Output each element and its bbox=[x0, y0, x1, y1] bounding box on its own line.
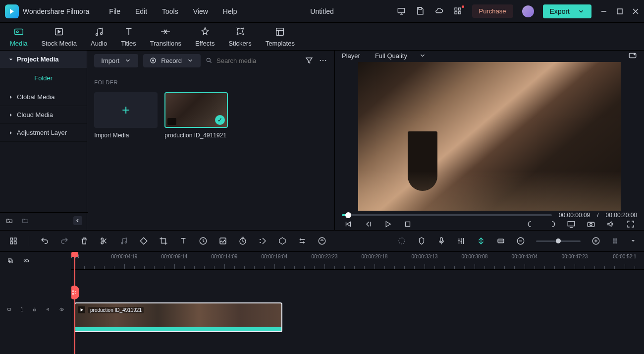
maximize-icon[interactable] bbox=[616, 8, 623, 15]
mark-out-icon[interactable] bbox=[547, 220, 556, 229]
menu-edit[interactable]: Edit bbox=[135, 7, 147, 15]
crop-icon[interactable] bbox=[159, 236, 168, 245]
camera-icon[interactable] bbox=[587, 220, 595, 229]
tab-media[interactable]: Media bbox=[10, 26, 27, 47]
minimize-icon[interactable] bbox=[600, 8, 607, 15]
snapshot-view-icon[interactable] bbox=[628, 51, 637, 60]
sidebar-item-adjustment-layer[interactable]: Adjustment Layer bbox=[0, 124, 87, 142]
time-total: 00:00:20:00 bbox=[606, 212, 637, 219]
lock-icon[interactable] bbox=[32, 306, 37, 313]
titlebar: Wondershare Filmora File Edit Tools View… bbox=[0, 0, 644, 23]
fullscreen-icon[interactable] bbox=[626, 220, 635, 229]
marker-icon[interactable] bbox=[417, 236, 426, 245]
sidebar-item-folder[interactable]: Folder bbox=[0, 68, 87, 88]
user-avatar[interactable] bbox=[522, 5, 534, 17]
menu-help[interactable]: Help bbox=[223, 7, 237, 15]
zoom-in-icon[interactable] bbox=[591, 236, 600, 245]
save-icon[interactable] bbox=[416, 6, 426, 16]
svg-rect-3 bbox=[458, 8, 461, 10]
keyframe-icon[interactable] bbox=[258, 236, 267, 245]
timeline-tracks[interactable]: 0:0000:00:04:1900:00:09:1400:00:14:0900:… bbox=[71, 252, 644, 354]
track-options-icon[interactable] bbox=[611, 236, 620, 245]
collapse-sidebar-icon[interactable] bbox=[73, 216, 82, 225]
import-media-card[interactable]: + Import Media bbox=[94, 92, 158, 139]
timeline-ruler[interactable]: 0:0000:00:04:1900:00:09:1400:00:14:0900:… bbox=[71, 252, 644, 270]
menu-file[interactable]: File bbox=[109, 7, 120, 15]
zoom-slider[interactable] bbox=[536, 240, 581, 242]
search-input[interactable] bbox=[216, 57, 300, 64]
tab-stickers[interactable]: Stickers bbox=[228, 26, 251, 47]
zoom-out-icon[interactable] bbox=[516, 236, 525, 245]
delete-icon[interactable] bbox=[80, 236, 89, 245]
redo-icon[interactable] bbox=[60, 236, 69, 245]
caret-down-icon[interactable] bbox=[631, 239, 635, 243]
timeline-clip[interactable]: production ID_4911921 bbox=[74, 302, 282, 332]
sidebar: Project Media Folder Global Media Cloud … bbox=[0, 51, 87, 230]
tag-icon[interactable] bbox=[139, 236, 148, 245]
tab-titles[interactable]: Titles bbox=[121, 26, 136, 47]
mixer-icon[interactable] bbox=[457, 236, 466, 245]
tab-stock-media[interactable]: Stock Media bbox=[41, 26, 77, 47]
svg-rect-26 bbox=[14, 238, 17, 240]
device-icon[interactable] bbox=[397, 6, 407, 16]
svg-point-32 bbox=[125, 242, 126, 243]
volume-icon[interactable] bbox=[606, 220, 615, 229]
zoom-handle[interactable] bbox=[556, 238, 561, 243]
menu-tools[interactable]: Tools bbox=[162, 7, 178, 15]
sidebar-item-project-media[interactable]: Project Media bbox=[0, 51, 87, 68]
import-button[interactable]: Import bbox=[94, 54, 138, 67]
grid-icon[interactable] bbox=[9, 236, 18, 245]
frame-back-icon[interactable] bbox=[364, 220, 373, 229]
tab-transitions[interactable]: Transitions bbox=[150, 26, 181, 47]
copy-icon[interactable] bbox=[7, 257, 14, 264]
text-icon[interactable] bbox=[179, 236, 188, 245]
duration-icon[interactable] bbox=[238, 236, 247, 245]
svg-point-20 bbox=[634, 54, 635, 55]
svg-rect-7 bbox=[14, 29, 23, 35]
display-icon[interactable] bbox=[567, 220, 576, 229]
scrubber-handle[interactable] bbox=[345, 212, 351, 218]
menu-view[interactable]: View bbox=[193, 7, 208, 15]
close-icon[interactable] bbox=[632, 8, 639, 15]
preview-video[interactable] bbox=[358, 62, 621, 211]
scrubber[interactable] bbox=[342, 214, 552, 216]
mute-icon[interactable] bbox=[46, 306, 51, 313]
media-clip-card[interactable]: ✓ production ID_4911921 bbox=[164, 92, 228, 139]
sidebar-item-cloud-media[interactable]: Cloud Media bbox=[0, 106, 87, 124]
apps-icon[interactable] bbox=[453, 6, 463, 16]
record-button[interactable]: Record bbox=[143, 54, 201, 67]
cut-marker-icon[interactable] bbox=[71, 286, 79, 299]
mask-icon[interactable] bbox=[278, 236, 287, 245]
undo-icon[interactable] bbox=[40, 236, 49, 245]
filter-icon[interactable] bbox=[305, 56, 314, 65]
visibility-icon[interactable] bbox=[59, 306, 64, 313]
sidebar-item-global-media[interactable]: Global Media bbox=[0, 88, 87, 106]
link-icon[interactable] bbox=[23, 257, 30, 264]
new-folder-icon[interactable] bbox=[6, 217, 13, 224]
export-button[interactable]: Export bbox=[543, 4, 591, 18]
playhead[interactable] bbox=[74, 252, 75, 354]
tab-effects[interactable]: Effects bbox=[195, 26, 215, 47]
auto-ripple-icon[interactable] bbox=[477, 236, 485, 245]
enhance-icon[interactable] bbox=[318, 236, 326, 245]
render-icon[interactable] bbox=[397, 236, 406, 245]
color-icon[interactable] bbox=[218, 236, 227, 245]
quality-select[interactable]: Full Quality bbox=[375, 52, 426, 59]
folder-icon[interactable] bbox=[22, 217, 29, 224]
voiceover-icon[interactable] bbox=[437, 236, 446, 245]
music-icon[interactable] bbox=[119, 236, 128, 245]
play-backward-icon[interactable] bbox=[344, 220, 353, 229]
stop-icon[interactable] bbox=[403, 220, 412, 229]
tab-templates[interactable]: Templates bbox=[266, 26, 295, 47]
svg-rect-51 bbox=[34, 309, 36, 311]
split-icon[interactable] bbox=[100, 236, 108, 245]
play-icon[interactable] bbox=[383, 220, 392, 229]
speed-icon[interactable] bbox=[199, 236, 208, 245]
snap-icon[interactable] bbox=[496, 236, 505, 245]
more-icon[interactable] bbox=[319, 56, 327, 65]
cloud-icon[interactable] bbox=[434, 6, 444, 16]
tab-audio[interactable]: Audio bbox=[91, 26, 107, 47]
adjust-icon[interactable] bbox=[298, 236, 307, 245]
mark-in-icon[interactable] bbox=[527, 220, 536, 229]
purchase-button[interactable]: Purchase bbox=[472, 4, 513, 18]
